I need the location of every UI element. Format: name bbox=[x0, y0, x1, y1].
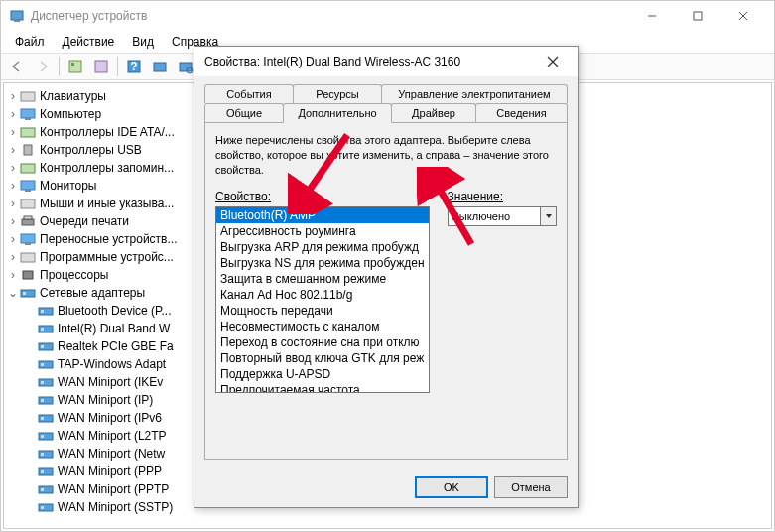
tab-events[interactable]: События bbox=[204, 84, 294, 103]
minimize-button[interactable] bbox=[629, 1, 675, 31]
tree-label: WAN Miniport (IP) bbox=[58, 393, 153, 407]
property-option[interactable]: Выгрузка ARP для режима пробужд bbox=[216, 239, 429, 255]
property-option[interactable]: Несовместимость с каналом bbox=[216, 319, 429, 334]
tab-general[interactable]: Общие bbox=[204, 103, 284, 122]
back-button[interactable] bbox=[5, 55, 29, 78]
svg-rect-19 bbox=[21, 164, 35, 173]
expand-icon[interactable]: › bbox=[6, 268, 20, 282]
expand-icon[interactable]: › bbox=[6, 89, 20, 103]
tree-label: Intel(R) Dual Band W bbox=[58, 322, 170, 335]
device-category-icon bbox=[20, 142, 36, 158]
device-category-icon bbox=[20, 196, 36, 211]
network-adapter-icon bbox=[38, 446, 54, 462]
svg-rect-24 bbox=[24, 216, 32, 219]
expand-icon[interactable]: › bbox=[6, 214, 20, 228]
menu-file[interactable]: Файл bbox=[7, 33, 53, 51]
expand-icon[interactable]: › bbox=[6, 197, 20, 210]
menu-view[interactable]: Вид bbox=[124, 33, 162, 51]
network-adapter-icon bbox=[38, 303, 54, 319]
tab-details[interactable]: Сведения bbox=[475, 103, 568, 122]
network-adapter-icon bbox=[38, 392, 54, 408]
tree-label: TAP-Windows Adapt bbox=[58, 357, 166, 371]
property-option[interactable]: Поддержка U-APSD bbox=[216, 366, 429, 382]
tree-label: Программные устройс... bbox=[40, 250, 174, 264]
tree-item[interactable]: WAN Miniport (IKEv bbox=[24, 373, 174, 391]
tab-power[interactable]: Управление электропитанием bbox=[381, 84, 568, 103]
property-option[interactable]: Агрессивность роуминга bbox=[216, 223, 429, 239]
refresh-icon[interactable] bbox=[148, 55, 172, 78]
tree-label: Контроллеры IDE ATA/... bbox=[40, 125, 175, 139]
tree-label: WAN Miniport (L2TP bbox=[58, 429, 167, 443]
tree-item[interactable]: WAN Miniport (IP) bbox=[24, 391, 174, 409]
network-adapter-icon bbox=[38, 499, 54, 515]
tree-item[interactable]: Intel(R) Dual Band W bbox=[24, 320, 174, 337]
maximize-button[interactable] bbox=[675, 1, 720, 31]
expand-icon[interactable]: › bbox=[6, 107, 20, 121]
svg-rect-6 bbox=[69, 61, 81, 72]
toolbar-icon-2[interactable] bbox=[89, 55, 113, 78]
tree-label: WAN Miniport (SSTP) bbox=[58, 500, 173, 514]
property-option[interactable]: Переход в состояние сна при отклю bbox=[216, 334, 429, 350]
dialog-close-button[interactable] bbox=[538, 47, 568, 76]
svg-rect-27 bbox=[21, 253, 35, 262]
tree-item[interactable]: WAN Miniport (Netw bbox=[24, 445, 174, 463]
tree-item[interactable]: WAN Miniport (PPTP bbox=[24, 480, 174, 498]
tree-label: Переносные устройств... bbox=[40, 232, 178, 246]
property-option[interactable]: Канал Ad Hoc 802.11b/g bbox=[216, 287, 429, 303]
tree-item[interactable]: TAP-Windows Adapt bbox=[24, 355, 174, 373]
network-adapter-icon bbox=[38, 464, 54, 479]
expand-icon[interactable]: › bbox=[6, 143, 20, 157]
device-category-icon bbox=[20, 213, 36, 229]
expand-icon[interactable]: › bbox=[6, 125, 20, 139]
titlebar: Диспетчер устройств bbox=[1, 1, 774, 31]
network-adapter-icon bbox=[38, 481, 54, 497]
tab-driver[interactable]: Драйвер bbox=[391, 103, 476, 122]
collapse-icon[interactable]: ⌄ bbox=[6, 286, 20, 300]
cancel-button[interactable]: Отмена bbox=[494, 476, 568, 498]
tree-item[interactable]: WAN Miniport (L2TP bbox=[24, 427, 174, 445]
tree-label: WAN Miniport (IPv6 bbox=[58, 411, 162, 425]
network-adapter-icon bbox=[38, 428, 54, 444]
svg-rect-14 bbox=[21, 92, 35, 101]
close-button[interactable] bbox=[720, 1, 766, 31]
property-option[interactable]: Повторный ввод ключа GTK для реж bbox=[216, 350, 429, 366]
tree-item[interactable]: Bluetooth Device (P... bbox=[24, 302, 174, 320]
tree-item[interactable]: WAN Miniport (PPP bbox=[24, 463, 174, 480]
property-listbox[interactable]: Bluetooth(R) AMPАгрессивность роумингаВы… bbox=[215, 206, 430, 393]
network-adapter-icon bbox=[38, 410, 54, 426]
svg-rect-46 bbox=[41, 435, 44, 438]
tree-item[interactable]: Realtek PCIe GBE Fa bbox=[24, 337, 174, 355]
network-adapter-icon bbox=[38, 338, 54, 354]
dropdown-arrow-icon[interactable] bbox=[540, 207, 556, 225]
help-icon[interactable]: ? bbox=[122, 55, 146, 78]
property-option[interactable]: Предпочитаемая частота bbox=[216, 382, 429, 393]
tree-label: Компьютер bbox=[40, 107, 101, 121]
window-title: Диспетчер устройств bbox=[31, 9, 629, 23]
menu-action[interactable]: Действие bbox=[55, 33, 123, 51]
ok-button[interactable]: OK bbox=[415, 476, 488, 498]
expand-icon[interactable]: › bbox=[6, 161, 20, 175]
expand-icon[interactable]: › bbox=[6, 232, 20, 246]
property-option[interactable]: Bluetooth(R) AMP bbox=[216, 207, 429, 223]
svg-rect-12 bbox=[180, 63, 192, 71]
value-combobox[interactable]: Выключено bbox=[448, 206, 557, 226]
tab-panel-advanced: Ниже перечислены свойства этого адаптера… bbox=[204, 122, 568, 460]
app-icon bbox=[9, 8, 25, 24]
device-category-icon bbox=[20, 267, 36, 283]
device-category-icon bbox=[20, 249, 36, 265]
toolbar-icon-1[interactable] bbox=[64, 55, 87, 78]
svg-rect-11 bbox=[154, 63, 166, 71]
svg-rect-22 bbox=[21, 200, 35, 208]
tree-item[interactable]: WAN Miniport (SSTP) bbox=[24, 498, 174, 516]
property-option[interactable]: Выгрузка NS для режима пробужден bbox=[216, 255, 429, 271]
forward-button[interactable] bbox=[31, 55, 55, 78]
description-text: Ниже перечислены свойства этого адаптера… bbox=[215, 133, 557, 178]
property-option[interactable]: Мощность передачи bbox=[216, 303, 429, 319]
tab-resources[interactable]: Ресурсы bbox=[293, 84, 382, 103]
expand-icon[interactable]: › bbox=[6, 250, 20, 264]
tree-item[interactable]: WAN Miniport (IPv6 bbox=[24, 409, 174, 427]
property-option[interactable]: Защита в смешанном режиме bbox=[216, 271, 429, 287]
tab-advanced[interactable]: Дополнительно bbox=[283, 103, 392, 123]
expand-icon[interactable]: › bbox=[6, 179, 20, 193]
network-adapters-icon bbox=[20, 285, 36, 301]
